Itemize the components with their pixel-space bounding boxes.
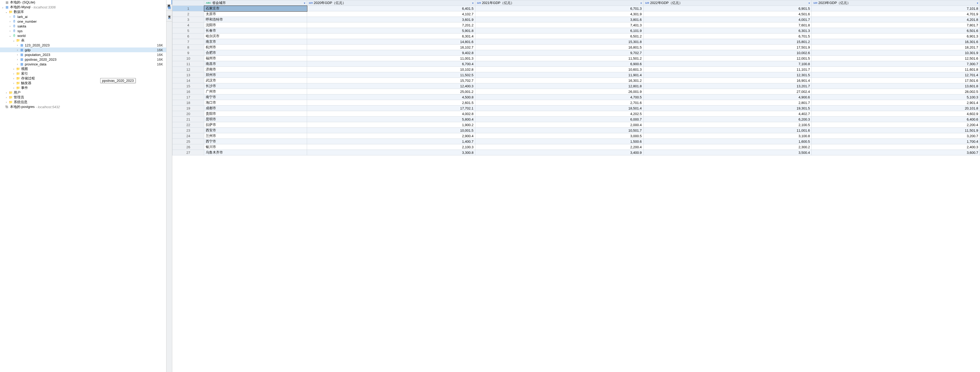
cell-gdp[interactable]: 27,002.4 — [643, 89, 812, 94]
table-ppstivas-2020-2023[interactable]: › ▦ ppstivas_2020_2023 16K — [0, 57, 166, 62]
cell-gdp[interactable]: 6,701.5 — [643, 33, 812, 39]
cell-gdp[interactable]: 6,901.3 — [812, 33, 980, 39]
row-number[interactable]: 18 — [172, 100, 204, 105]
cell-gdp[interactable]: 11,502.5 — [307, 72, 476, 78]
cell-gdp[interactable]: 3,100.8 — [643, 133, 812, 139]
cell-gdp[interactable]: 2,200.4 — [475, 144, 643, 150]
row-number[interactable]: 8 — [172, 45, 204, 50]
cell-gdp[interactable]: 4,202.5 — [475, 111, 643, 117]
cell-gdp[interactable]: 7,201.2 — [307, 22, 476, 28]
cell-gdp[interactable]: 12,400.3 — [307, 83, 476, 89]
cell-gdp[interactable]: 9,702.7 — [475, 50, 643, 56]
table-province-data[interactable]: › ▦ province_data 16K — [0, 62, 166, 67]
cell-gdp[interactable]: 16,102.7 — [307, 45, 476, 50]
cell-gdp[interactable]: 3,000.5 — [475, 133, 643, 139]
row-number[interactable]: 7 — [172, 39, 204, 45]
db-sys[interactable]: › 🛢 sys — [0, 29, 166, 33]
table-row[interactable]: 7南京市14,801.615,301.815,801.216,301.6 — [172, 39, 980, 45]
cell-gdp[interactable]: 7,100.8 — [643, 61, 812, 67]
cell-gdp[interactable]: 12,701.4 — [812, 72, 980, 78]
cell-gdp[interactable]: 7,401.3 — [475, 22, 643, 28]
cell-gdp[interactable]: 2,901.4 — [812, 100, 980, 105]
cell-gdp[interactable]: 16,301.2 — [475, 78, 643, 83]
cell-city[interactable]: 西安市 — [204, 128, 307, 133]
row-number[interactable]: 4 — [172, 22, 204, 28]
cell-gdp[interactable]: 19,301.5 — [643, 105, 812, 111]
cell-city[interactable]: 郑州市 — [204, 72, 307, 78]
cell-gdp[interactable]: 3,400.9 — [475, 150, 643, 156]
cell-city[interactable]: 济南市 — [204, 67, 307, 72]
cell-gdp[interactable]: 4,301.9 — [475, 11, 643, 17]
dropdown-icon[interactable]: ▾ — [977, 2, 978, 5]
cell-gdp[interactable]: 3,600.7 — [812, 150, 980, 156]
cell-gdp[interactable]: 26,001.9 — [475, 89, 643, 94]
cell-gdp[interactable]: 18,201.7 — [812, 45, 980, 50]
cell-gdp[interactable]: 14,801.6 — [307, 39, 476, 45]
row-number[interactable]: 14 — [172, 78, 204, 83]
cell-city[interactable]: 西宁市 — [204, 139, 307, 144]
table-row[interactable]: 4沈阳市7,201.27,401.37,601.87,801.7 — [172, 22, 980, 28]
table-row[interactable]: 25西宁市1,400.71,500.61,600.51,700.4 — [172, 139, 980, 144]
cell-gdp[interactable]: 6,301.3 — [643, 28, 812, 33]
row-number[interactable]: 26 — [172, 144, 204, 150]
indexes-folder[interactable]: › 📁 索引 — [0, 71, 166, 76]
cell-gdp[interactable]: 6,401.5 — [307, 6, 476, 11]
table-row[interactable]: 1石家庄市6,401.56,701.36,901.57,101.8 — [172, 6, 980, 11]
row-number[interactable]: 2 — [172, 11, 204, 17]
cell-gdp[interactable]: 4,002.8 — [307, 111, 476, 117]
cell-gdp[interactable]: 10,501.7 — [475, 128, 643, 133]
table-row[interactable]: 9合肥市9,402.89,702.710,002.610,301.9 — [172, 50, 980, 56]
cell-gdp[interactable]: 16,301.6 — [812, 39, 980, 45]
cell-gdp[interactable]: 13,201.7 — [643, 83, 812, 89]
cell-gdp[interactable]: 11,101.7 — [643, 67, 812, 72]
cell-city[interactable]: 哈尔滨市 — [204, 33, 307, 39]
cell-city[interactable]: 海口市 — [204, 100, 307, 105]
cell-gdp[interactable]: 11,601.8 — [812, 67, 980, 72]
cell-city[interactable]: 石家庄市 — [204, 6, 307, 11]
cell-gdp[interactable]: 2,400.3 — [812, 144, 980, 150]
cell-city[interactable]: 福州市 — [204, 56, 307, 61]
col-header-gdp-2023[interactable]: 123 2023年GDP（亿元） ▾ — [812, 0, 980, 6]
cell-gdp[interactable]: 4,900.6 — [643, 94, 812, 100]
cell-gdp[interactable]: 7,300.7 — [812, 61, 980, 67]
cell-city[interactable]: 武汉市 — [204, 78, 307, 83]
cell-gdp[interactable]: 4,602.9 — [812, 111, 980, 117]
cell-city[interactable]: 沈阳市 — [204, 22, 307, 28]
cell-gdp[interactable]: 1,400.7 — [307, 139, 476, 144]
cell-gdp[interactable]: 2,801.7 — [643, 100, 812, 105]
triggers-folder[interactable]: › 📁 触发器 — [0, 81, 166, 86]
cell-gdp[interactable]: 6,000.7 — [475, 117, 643, 122]
cell-gdp[interactable]: 4,701.9 — [812, 11, 980, 17]
table-row[interactable]: 24兰州市2,900.43,000.53,100.83,200.7 — [172, 133, 980, 139]
cell-gdp[interactable]: 4,501.6 — [643, 11, 812, 17]
cell-city[interactable]: 南京市 — [204, 39, 307, 45]
row-number[interactable]: 6 — [172, 33, 204, 39]
row-number[interactable]: 12 — [172, 67, 204, 72]
cell-city[interactable]: 呼和浩特市 — [204, 17, 307, 22]
cell-gdp[interactable]: 16,801.5 — [475, 45, 643, 50]
cell-gdp[interactable]: 2,100.5 — [643, 122, 812, 128]
row-number[interactable]: 3 — [172, 17, 204, 22]
cell-city[interactable]: 合肥市 — [204, 50, 307, 56]
row-number[interactable]: 22 — [172, 122, 204, 128]
events-folder[interactable]: › 📁 事件 — [0, 86, 166, 90]
row-number[interactable]: 5 — [172, 28, 204, 33]
cell-city[interactable]: 兰州市 — [204, 133, 307, 139]
row-number[interactable]: 1 — [172, 6, 204, 11]
cell-city[interactable]: 拉萨市 — [204, 122, 307, 128]
table-row[interactable]: 23西安市10,001.510,501.711,001.611,501.9 — [172, 128, 980, 133]
cell-gdp[interactable]: 15,702.7 — [307, 78, 476, 83]
cell-gdp[interactable]: 15,801.2 — [643, 39, 812, 45]
cell-gdp[interactable]: 9,402.8 — [307, 50, 476, 56]
cell-gdp[interactable]: 2,900.4 — [307, 133, 476, 139]
cell-gdp[interactable]: 11,501.9 — [812, 128, 980, 133]
row-number[interactable]: 9 — [172, 50, 204, 56]
cell-city[interactable]: 乌鲁木齐市 — [204, 150, 307, 156]
cell-gdp[interactable]: 17,501.9 — [643, 45, 812, 50]
cell-gdp[interactable]: 6,701.3 — [475, 6, 643, 11]
table-row[interactable]: 10福州市11,001.311,501.212,001.512,501.6 — [172, 56, 980, 61]
row-number[interactable]: 24 — [172, 133, 204, 139]
cell-gdp[interactable]: 4,700.5 — [475, 94, 643, 100]
cell-gdp[interactable]: 17,501.6 — [812, 78, 980, 83]
cell-gdp[interactable]: 20,101.8 — [812, 105, 980, 111]
